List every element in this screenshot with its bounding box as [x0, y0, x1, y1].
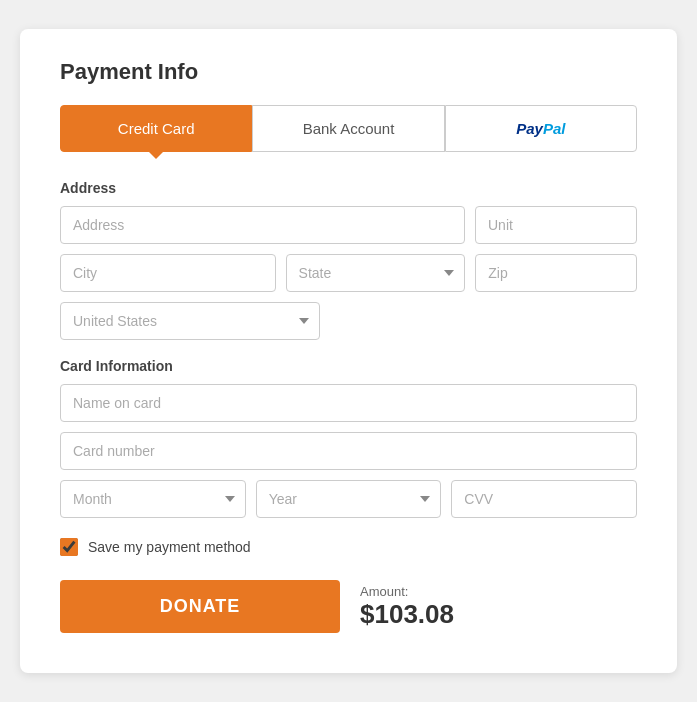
year-wrap: Year 202420252026 202720282029 2030: [256, 480, 442, 518]
card-number-row: [60, 432, 637, 470]
unit-input[interactable]: [475, 206, 637, 244]
address-section-label: Address: [60, 180, 637, 196]
address-row-3: United States Canada United Kingdom Aust…: [60, 302, 637, 340]
save-payment-checkbox[interactable]: [60, 538, 78, 556]
address-field-wrap: [60, 206, 465, 244]
month-select[interactable]: Month 01 - January02 - February 03 - Mar…: [60, 480, 246, 518]
city-input[interactable]: [60, 254, 276, 292]
country-field-wrap: United States Canada United Kingdom Aust…: [60, 302, 320, 340]
tab-paypal[interactable]: PayPal: [445, 105, 637, 152]
payment-tabs: Credit Card Bank Account PayPal: [60, 105, 637, 152]
amount-label: Amount:: [360, 584, 454, 599]
name-row: [60, 384, 637, 422]
page-title: Payment Info: [60, 59, 637, 85]
tab-credit-card[interactable]: Credit Card: [60, 105, 252, 152]
cvv-input[interactable]: [451, 480, 637, 518]
card-info-label: Card Information: [60, 358, 637, 374]
year-select[interactable]: Year 202420252026 202720282029 2030: [256, 480, 442, 518]
month-wrap: Month 01 - January02 - February 03 - Mar…: [60, 480, 246, 518]
address-input[interactable]: [60, 206, 465, 244]
address-row-2: State AlabamaAlaskaArizona CaliforniaCol…: [60, 254, 637, 292]
zip-field-wrap: [475, 254, 637, 292]
state-field-wrap: State AlabamaAlaskaArizona CaliforniaCol…: [286, 254, 466, 292]
donate-button[interactable]: DONATE: [60, 580, 340, 633]
country-select[interactable]: United States Canada United Kingdom Aust…: [60, 302, 320, 340]
card-info-section: Card Information Month 01 - January02 - …: [60, 358, 637, 518]
save-payment-label: Save my payment method: [88, 539, 251, 555]
state-select[interactable]: State AlabamaAlaskaArizona CaliforniaCol…: [286, 254, 466, 292]
zip-input[interactable]: [475, 254, 637, 292]
tab-bank-account[interactable]: Bank Account: [252, 105, 444, 152]
amount-info: Amount: $103.08: [360, 584, 454, 630]
name-on-card-input[interactable]: [60, 384, 637, 422]
unit-field-wrap: [475, 206, 637, 244]
payment-card: Payment Info Credit Card Bank Account Pa…: [20, 29, 677, 673]
save-method-row: Save my payment method: [60, 538, 637, 556]
amount-value: $103.08: [360, 599, 454, 630]
expiry-cvv-row: Month 01 - January02 - February 03 - Mar…: [60, 480, 637, 518]
address-row-1: [60, 206, 637, 244]
card-number-input[interactable]: [60, 432, 637, 470]
city-field-wrap: [60, 254, 276, 292]
cvv-wrap: [451, 480, 637, 518]
donate-row: DONATE Amount: $103.08: [60, 580, 637, 633]
address-section: Address State AlabamaAlaskaArizona Calif…: [60, 180, 637, 340]
